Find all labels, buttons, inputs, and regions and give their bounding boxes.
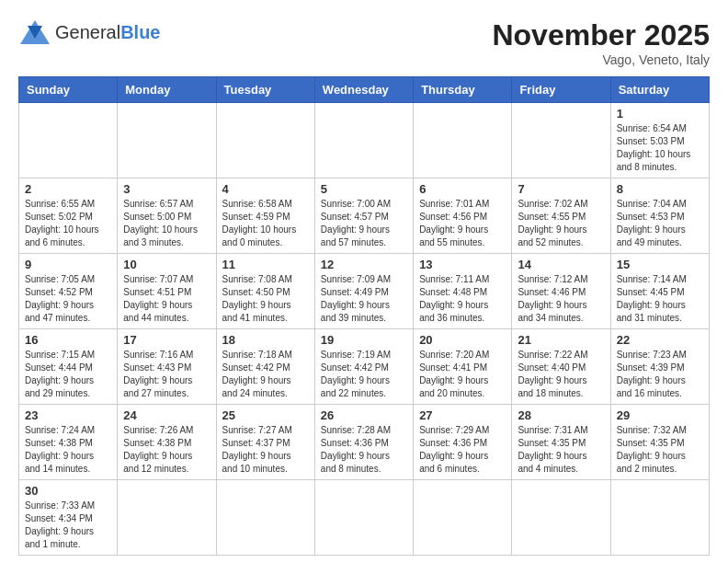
day-info: Sunrise: 6:58 AM Sunset: 4:59 PM Dayligh…	[222, 198, 309, 249]
week-row-3: 9Sunrise: 7:05 AM Sunset: 4:52 PM Daylig…	[19, 254, 710, 329]
day-cell	[216, 103, 314, 178]
day-number: 10	[123, 258, 210, 271]
day-info: Sunrise: 7:01 AM Sunset: 4:56 PM Dayligh…	[419, 198, 506, 249]
day-cell	[118, 480, 216, 556]
day-number: 26	[321, 408, 407, 422]
day-number: 19	[321, 333, 407, 347]
day-cell: 3Sunrise: 6:57 AM Sunset: 5:00 PM Daylig…	[118, 178, 216, 254]
day-cell: 14Sunrise: 7:12 AM Sunset: 4:46 PM Dayli…	[512, 254, 610, 329]
day-cell: 23Sunrise: 7:24 AM Sunset: 4:38 PM Dayli…	[19, 405, 118, 480]
day-info: Sunrise: 7:15 AM Sunset: 4:44 PM Dayligh…	[25, 349, 111, 400]
day-info: Sunrise: 6:54 AM Sunset: 5:03 PM Dayligh…	[617, 122, 703, 174]
day-number: 13	[419, 258, 506, 271]
day-cell	[414, 103, 512, 178]
day-number: 21	[518, 333, 604, 347]
day-cell: 29Sunrise: 7:32 AM Sunset: 4:35 PM Dayli…	[610, 405, 709, 480]
day-number: 15	[617, 258, 703, 271]
location-subtitle: Vago, Veneto, Italy	[492, 52, 710, 67]
day-cell: 13Sunrise: 7:11 AM Sunset: 4:48 PM Dayli…	[414, 254, 512, 329]
day-cell: 5Sunrise: 7:00 AM Sunset: 4:57 PM Daylig…	[314, 178, 413, 254]
day-cell: 21Sunrise: 7:22 AM Sunset: 4:40 PM Dayli…	[512, 329, 610, 405]
day-info: Sunrise: 6:57 AM Sunset: 5:00 PM Dayligh…	[123, 198, 210, 249]
day-number: 3	[123, 182, 210, 196]
day-cell: 11Sunrise: 7:08 AM Sunset: 4:50 PM Dayli…	[216, 254, 314, 329]
day-number: 16	[25, 333, 111, 347]
week-row-4: 16Sunrise: 7:15 AM Sunset: 4:44 PM Dayli…	[19, 329, 710, 405]
day-number: 28	[518, 408, 604, 422]
day-cell: 12Sunrise: 7:09 AM Sunset: 4:49 PM Dayli…	[314, 254, 413, 329]
day-info: Sunrise: 7:11 AM Sunset: 4:48 PM Dayligh…	[419, 273, 506, 325]
day-cell	[314, 480, 413, 556]
day-cell: 26Sunrise: 7:28 AM Sunset: 4:36 PM Dayli…	[314, 405, 413, 480]
day-number: 7	[518, 182, 604, 196]
day-info: Sunrise: 7:27 AM Sunset: 4:37 PM Dayligh…	[222, 424, 309, 476]
day-cell	[512, 103, 610, 178]
day-number: 6	[419, 182, 506, 196]
day-cell	[216, 480, 314, 556]
day-cell: 25Sunrise: 7:27 AM Sunset: 4:37 PM Dayli…	[216, 405, 314, 480]
day-number: 8	[617, 182, 703, 196]
day-number: 9	[25, 258, 111, 271]
day-number: 11	[222, 258, 309, 271]
day-info: Sunrise: 7:14 AM Sunset: 4:45 PM Dayligh…	[617, 273, 703, 325]
day-info: Sunrise: 7:26 AM Sunset: 4:38 PM Dayligh…	[123, 424, 210, 476]
day-number: 5	[321, 182, 407, 196]
day-cell: 6Sunrise: 7:01 AM Sunset: 4:56 PM Daylig…	[414, 178, 512, 254]
column-header-monday: Monday	[118, 77, 216, 103]
day-cell: 22Sunrise: 7:23 AM Sunset: 4:39 PM Dayli…	[610, 329, 709, 405]
day-info: Sunrise: 7:20 AM Sunset: 4:41 PM Dayligh…	[419, 349, 506, 400]
day-cell	[118, 103, 216, 178]
week-row-5: 23Sunrise: 7:24 AM Sunset: 4:38 PM Dayli…	[19, 405, 710, 480]
day-cell: 20Sunrise: 7:20 AM Sunset: 4:41 PM Dayli…	[414, 329, 512, 405]
day-info: Sunrise: 7:02 AM Sunset: 4:55 PM Dayligh…	[518, 198, 604, 249]
day-cell: 9Sunrise: 7:05 AM Sunset: 4:52 PM Daylig…	[19, 254, 118, 329]
day-info: Sunrise: 7:19 AM Sunset: 4:42 PM Dayligh…	[321, 349, 407, 400]
week-row-1: 1Sunrise: 6:54 AM Sunset: 5:03 PM Daylig…	[19, 103, 710, 178]
day-info: Sunrise: 7:18 AM Sunset: 4:42 PM Dayligh…	[222, 349, 309, 400]
day-cell: 1Sunrise: 6:54 AM Sunset: 5:03 PM Daylig…	[610, 103, 709, 178]
day-number: 4	[222, 182, 309, 196]
day-info: Sunrise: 7:22 AM Sunset: 4:40 PM Dayligh…	[518, 349, 604, 400]
day-number: 23	[25, 408, 111, 422]
day-info: Sunrise: 7:33 AM Sunset: 4:34 PM Dayligh…	[25, 500, 111, 551]
day-cell	[314, 103, 413, 178]
day-cell: 27Sunrise: 7:29 AM Sunset: 4:36 PM Dayli…	[414, 405, 512, 480]
day-cell: 10Sunrise: 7:07 AM Sunset: 4:51 PM Dayli…	[118, 254, 216, 329]
day-info: Sunrise: 7:04 AM Sunset: 4:53 PM Dayligh…	[617, 198, 703, 249]
day-number: 27	[419, 408, 506, 422]
day-info: Sunrise: 7:07 AM Sunset: 4:51 PM Dayligh…	[123, 273, 210, 325]
day-info: Sunrise: 7:16 AM Sunset: 4:43 PM Dayligh…	[123, 349, 210, 400]
day-number: 22	[617, 333, 703, 347]
month-title: November 2025	[492, 18, 710, 52]
day-cell: 16Sunrise: 7:15 AM Sunset: 4:44 PM Dayli…	[19, 329, 118, 405]
day-number: 24	[123, 408, 210, 422]
week-row-2: 2Sunrise: 6:55 AM Sunset: 5:02 PM Daylig…	[19, 178, 710, 254]
logo-text: GeneralBlue	[55, 22, 161, 43]
day-info: Sunrise: 7:31 AM Sunset: 4:35 PM Dayligh…	[518, 424, 604, 476]
day-info: Sunrise: 7:32 AM Sunset: 4:35 PM Dayligh…	[617, 424, 703, 476]
day-cell: 30Sunrise: 7:33 AM Sunset: 4:34 PM Dayli…	[19, 480, 118, 556]
column-header-thursday: Thursday	[414, 77, 512, 103]
day-cell	[512, 480, 610, 556]
column-header-saturday: Saturday	[610, 77, 709, 103]
page-header: GeneralBlue November 2025 Vago, Veneto, …	[18, 18, 710, 67]
day-cell: 2Sunrise: 6:55 AM Sunset: 5:02 PM Daylig…	[19, 178, 118, 254]
day-cell: 15Sunrise: 7:14 AM Sunset: 4:45 PM Dayli…	[610, 254, 709, 329]
day-number: 20	[419, 333, 506, 347]
logo: GeneralBlue	[18, 18, 161, 46]
day-number: 25	[222, 408, 309, 422]
column-header-friday: Friday	[512, 77, 610, 103]
day-cell: 8Sunrise: 7:04 AM Sunset: 4:53 PM Daylig…	[610, 178, 709, 254]
week-row-6: 30Sunrise: 7:33 AM Sunset: 4:34 PM Dayli…	[19, 480, 710, 556]
day-number: 2	[25, 182, 111, 196]
day-info: Sunrise: 7:29 AM Sunset: 4:36 PM Dayligh…	[419, 424, 506, 476]
day-info: Sunrise: 7:23 AM Sunset: 4:39 PM Dayligh…	[617, 349, 703, 400]
day-info: Sunrise: 6:55 AM Sunset: 5:02 PM Dayligh…	[25, 198, 111, 249]
calendar-header-row: SundayMondayTuesdayWednesdayThursdayFrid…	[19, 77, 710, 103]
day-number: 18	[222, 333, 309, 347]
day-number: 29	[617, 408, 703, 422]
day-info: Sunrise: 7:00 AM Sunset: 4:57 PM Dayligh…	[321, 198, 407, 249]
day-cell: 24Sunrise: 7:26 AM Sunset: 4:38 PM Dayli…	[118, 405, 216, 480]
day-number: 1	[617, 107, 703, 121]
logo-icon	[18, 18, 51, 46]
